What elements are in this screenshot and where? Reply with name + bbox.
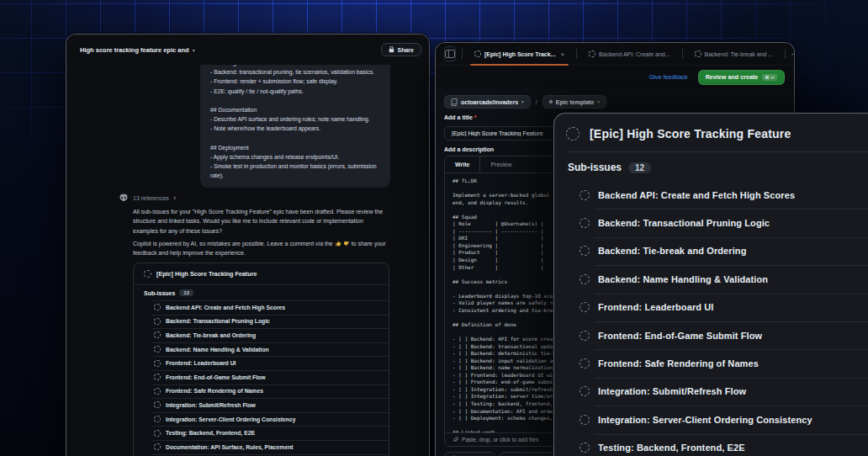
preview-title-row: [Epic] High Score Tracking Feature — [554, 114, 868, 141]
epic-card-header[interactable]: [Epic] High Score Tracking Feature — [134, 263, 389, 285]
subissue-title: Integration: Submit/Refresh Flow — [598, 386, 746, 396]
overflow-menu-button[interactable]: ··· — [791, 50, 795, 58]
chat-header: High score tracking feature epic and ▾ S… — [66, 34, 429, 65]
subissue-row[interactable]: Frontend: Safe Rendering of Names — [134, 384, 389, 399]
subissue-row[interactable]: Integration: Server-Client Ordering Cons… — [554, 406, 868, 433]
subissues-count-badge: 12 — [628, 162, 651, 173]
user-message-bubble: ## Testing - Backend: transactional prun… — [200, 51, 390, 188]
tab-epic-high-score[interactable]: [Epic] High Score Track... × — [468, 43, 570, 66]
subissue-row[interactable]: Backend: Name Handling & Validation — [134, 342, 389, 357]
give-feedback-link[interactable]: Give feedback — [649, 73, 688, 81]
epic-summary-card: [Epic] High Score Tracking Feature Sub-i… — [133, 262, 389, 456]
tab-preview[interactable]: Preview — [480, 156, 521, 172]
thumbs-up-icon — [336, 241, 341, 247]
subissue-row[interactable]: Backend: Tie-break and Ordering — [134, 328, 389, 342]
subissue-row[interactable]: Documentation: API Surface, Rules, Place… — [134, 440, 389, 454]
subissue-title: Frontend: End-of-Game Submit Flow — [598, 331, 762, 341]
subissue-row[interactable]: Frontend: Leaderboard UI — [554, 294, 868, 321]
tab-separator — [682, 49, 683, 59]
subissues-count-badge: 12 — [179, 289, 193, 296]
close-icon[interactable]: × — [560, 50, 564, 58]
user-message-line: - E2E: qualify / tie / not-qualify paths… — [210, 87, 380, 96]
user-message-line: - Smoke test in production and monitor b… — [210, 162, 380, 180]
subissue-title: Frontend: Safe Rendering of Names — [166, 388, 263, 394]
conversation-title-dropdown[interactable]: High score tracking feature epic and ▾ — [80, 46, 195, 54]
tab-label: Backend API: Create and... — [599, 51, 670, 57]
subissue-title: Frontend: End-of-Game Submit Flow — [166, 374, 266, 380]
tab-separator — [462, 49, 463, 59]
lock-icon — [389, 46, 394, 53]
title-label-text: Add a title — [444, 114, 473, 120]
epic-title: [Epic] High Score Tracking Feature — [156, 270, 257, 278]
subissue-title: Backend: Name Handling & Validation — [166, 347, 269, 353]
share-label: Share — [398, 47, 414, 53]
template-selector[interactable]: Epic template ▾ — [542, 95, 606, 109]
chevron-down-icon: ∨ — [173, 195, 177, 200]
disclaimer-text-pre: Copilot is powered by AI, so mistakes ar… — [133, 241, 333, 247]
subissue-title: Backend API: Create and Fetch High Score… — [166, 305, 285, 310]
desktop-background: ## Testing - Backend: transactional prun… — [0, 0, 868, 456]
draft-issue-icon — [154, 416, 161, 422]
subissue-row[interactable]: Backend: Transactional Pruning Logic — [554, 209, 868, 236]
tab-label: [Epic] High Score Track... — [484, 51, 555, 57]
references-toggle[interactable]: 13 references ∨ — [119, 193, 177, 203]
repo-template-row: octoarcade/invaders ▾ / Epic template ▾ — [444, 95, 786, 109]
draft-issue-icon — [154, 331, 161, 338]
attach-hint: Paste, drop, or click to add files — [462, 437, 539, 443]
template-icon — [548, 99, 553, 104]
action-bar: Give feedback Review and create ⌘ ↵ — [436, 66, 794, 88]
references-count: 13 references — [133, 195, 169, 201]
subissue-row[interactable]: Testing: Backend, Frontend, E2E — [134, 426, 389, 440]
subissue-title: Frontend: Leaderboard UI — [166, 360, 236, 366]
preview-subissues-header: Sub-issues 12 — [554, 152, 868, 173]
tab-backend-api[interactable]: Backend API: Create and... — [583, 43, 675, 66]
user-message-line — [210, 134, 380, 143]
tab-write[interactable]: Write — [445, 156, 480, 172]
user-message-line: - Apply schema changes and release endpo… — [210, 152, 380, 162]
subissue-title: Backend API: Create and Fetch High Score… — [598, 190, 795, 200]
subissue-row[interactable]: Backend: Name Handling & Validation — [554, 265, 868, 293]
preview-epic-title: [Epic] High Score Tracking Feature — [590, 127, 791, 141]
chevron-down-icon: ▾ — [521, 99, 524, 104]
subissues-label: Sub-issues — [144, 290, 175, 296]
subissue-row[interactable]: Frontend: Leaderboard UI — [134, 356, 389, 370]
subissue-row[interactable]: Frontend: End-of-Game Submit Flow — [554, 321, 868, 349]
subissue-row[interactable]: Integration: Server-Client Ordering Cons… — [134, 412, 389, 427]
draft-issue-icon — [695, 50, 701, 57]
user-message-line: ## Deployment — [210, 143, 380, 152]
subissue-title: Backend: Tie-break and Ordering — [598, 246, 747, 256]
subissue-title: Integration: Server-Client Ordering Cons… — [166, 416, 295, 422]
assignees-button[interactable]: Assignees — [444, 452, 495, 456]
sidebar-toggle-button[interactable] — [444, 46, 456, 61]
draft-issue-icon — [154, 346, 161, 353]
subissue-row[interactable]: Backend API: Create and Fetch High Score… — [554, 181, 868, 209]
share-button[interactable]: Share — [381, 43, 421, 56]
subissue-row[interactable]: Integration: Submit/Refresh Flow — [554, 378, 868, 406]
draft-issue-icon — [154, 388, 161, 395]
tab-backend-tiebreak[interactable]: Backend: Tie-break and ... — [689, 43, 780, 66]
repo-selector[interactable]: octoarcade/invaders ▾ — [444, 95, 531, 109]
review-and-create-button[interactable]: Review and create ⌘ ↵ — [698, 70, 785, 85]
draft-issue-icon — [154, 374, 161, 380]
subissue-row[interactable]: Backend API: Create and Fetch High Score… — [134, 300, 389, 315]
repo-icon — [451, 98, 458, 106]
issue-preview-panel: [Epic] High Score Tracking Feature Sub-i… — [553, 113, 868, 456]
template-name: Epic template — [556, 99, 595, 105]
draft-issue-icon — [580, 246, 590, 256]
subissue-row[interactable]: Backend: Tie-break and Ordering — [554, 237, 868, 265]
tab-separator — [785, 49, 786, 59]
assistant-disclaimer: Copilot is powered by AI, so mistakes ar… — [133, 239, 387, 258]
user-message-line: - Frontend: render + submission flow; sa… — [210, 77, 380, 86]
subissue-row[interactable]: Frontend: End-of-Game Submit Flow — [134, 370, 389, 384]
tab-label: Backend: Tie-break and ... — [705, 51, 774, 57]
draft-issue-icon — [580, 274, 590, 284]
draft-issue-icon — [154, 360, 161, 367]
subissue-row[interactable]: Backend: Transactional Pruning Logic — [134, 315, 389, 329]
draft-issue-icon — [154, 430, 161, 437]
draft-issue-icon — [580, 302, 590, 312]
subissue-title: Backend: Name Handling & Validation — [598, 274, 768, 284]
subissue-row[interactable]: Frontend: Safe Rendering of Names — [554, 349, 868, 377]
user-message-line: - Note where/how the leaderboard appears… — [210, 124, 380, 133]
subissue-row[interactable]: Integration: Submit/Refresh Flow — [134, 398, 389, 412]
subissue-row[interactable]: Testing: Backend, Frontend, E2E — [554, 434, 868, 456]
